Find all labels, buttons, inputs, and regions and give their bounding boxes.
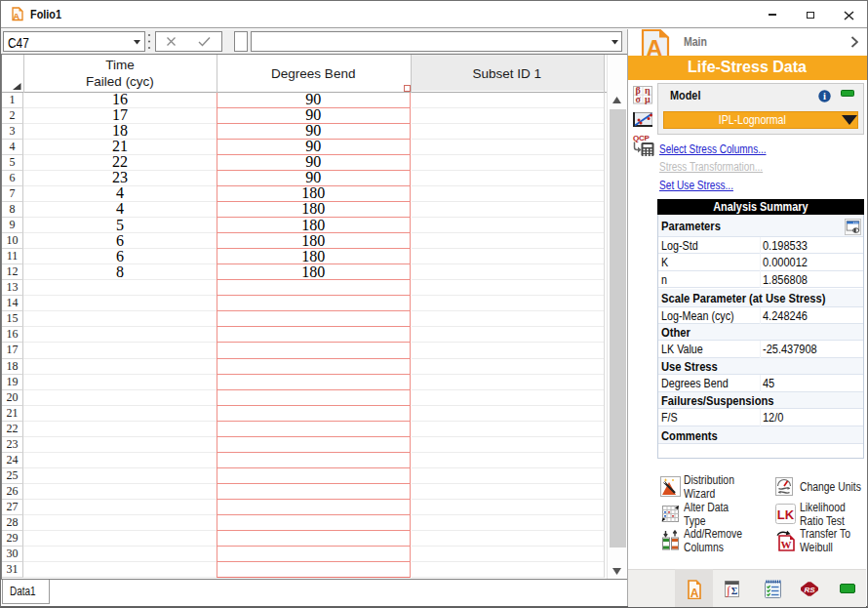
svg-text:A: A xyxy=(690,586,698,599)
svg-text:μ: μ xyxy=(645,94,651,104)
svg-text:A: A xyxy=(646,35,662,56)
svg-text:QCP: QCP xyxy=(633,134,651,142)
svg-text:Σ: Σ xyxy=(731,586,738,596)
svg-text:W: W xyxy=(781,539,792,550)
svg-text:A: A xyxy=(13,11,20,21)
svg-text:∫: ∫ xyxy=(726,584,730,597)
svg-text:σ: σ xyxy=(635,94,641,104)
svg-text:i: i xyxy=(823,91,826,101)
svg-text:LK: LK xyxy=(777,507,795,521)
svg-text:RS: RS xyxy=(804,586,815,594)
